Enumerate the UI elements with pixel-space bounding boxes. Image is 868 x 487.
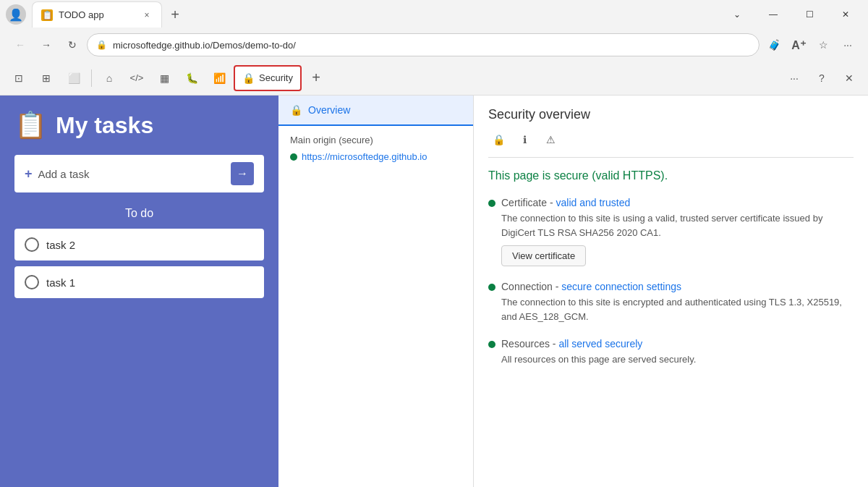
connection-dot xyxy=(488,284,495,291)
task-label: task 1 xyxy=(46,276,75,289)
minimize-button[interactable]: — xyxy=(757,3,790,26)
certificate-dot xyxy=(488,200,495,207)
tool-home-icon[interactable]: ⌂ xyxy=(96,65,122,91)
connection-status-link[interactable]: secure connection settings xyxy=(561,281,681,292)
tab-title: TODO app xyxy=(59,9,135,20)
certificate-title: Certificate - valid and trusted xyxy=(501,197,630,208)
security-lock-icon: 🔒 xyxy=(242,72,255,84)
certificate-desc: The connection to this site is using a v… xyxy=(501,211,854,240)
add-task-input[interactable]: Add a task xyxy=(38,168,225,180)
security-tab-lock-icon[interactable]: 🔒 xyxy=(488,130,509,150)
security-tool-button[interactable]: 🔒 Security xyxy=(234,65,302,91)
new-tab-button[interactable]: + xyxy=(165,4,185,25)
security-item-header: Resources - all served securely xyxy=(488,338,854,350)
security-item-resources: Resources - all served securely All reso… xyxy=(488,338,854,367)
more-button[interactable]: ··· xyxy=(836,33,859,56)
security-panel-title: Security overview xyxy=(488,107,854,122)
security-item-header: Certificate - valid and trusted xyxy=(488,197,854,208)
origin-label: Main origin (secure) xyxy=(290,135,461,145)
todo-section-title: To do xyxy=(14,207,264,220)
active-tab[interactable]: 📋 TODO app × xyxy=(32,1,162,27)
toolbar-right-buttons: ··· ? ✕ xyxy=(781,65,862,91)
add-task-arrow-button[interactable]: → xyxy=(231,162,254,185)
devtools-panel: 🔒 Overview Main origin (secure) https://… xyxy=(278,96,868,487)
connection-desc: The connection to this site is encrypted… xyxy=(501,295,854,323)
tool-elements-icon[interactable]: ▦ xyxy=(151,65,177,91)
overview-tab-label: Overview xyxy=(308,104,350,116)
origin-section: Main origin (secure) https://microsofted… xyxy=(278,126,473,171)
security-overview-panel: Security overview 🔒 ℹ ⚠ This page is sec… xyxy=(474,96,868,487)
overview-tab[interactable]: 🔒 Overview xyxy=(278,96,473,126)
forward-button[interactable]: → xyxy=(35,33,58,56)
nav-bar: ← → ↻ 🔒 microsoftedge.github.io/Demos/de… xyxy=(0,29,868,61)
profile-icon[interactable]: 👤 xyxy=(6,4,26,25)
origin-secure-dot xyxy=(290,153,297,161)
overview-lock-icon: 🔒 xyxy=(290,104,302,116)
origin-url: https://microsoftedge.github.io xyxy=(302,151,427,162)
security-tab-info-icon[interactable]: ℹ xyxy=(514,130,535,150)
back-button[interactable]: ← xyxy=(9,33,32,56)
window-controls: ⌄ — ☐ ✕ xyxy=(720,3,862,26)
toolbar-separator xyxy=(91,69,92,87)
bag-icon[interactable]: 🧳 xyxy=(762,33,786,56)
tool-code-icon[interactable]: </> xyxy=(124,65,150,91)
tool-debug-icon[interactable]: 🐛 xyxy=(179,65,205,91)
task-checkbox[interactable] xyxy=(25,275,39,289)
toolbar-help-button[interactable]: ? xyxy=(809,65,835,91)
title-bar: 👤 📋 TODO app × + ⌄ — ☐ ✕ xyxy=(0,0,868,29)
task-checkbox[interactable] xyxy=(25,237,39,252)
connection-title: Connection - secure connection settings xyxy=(501,281,681,292)
address-text: microsoftedge.github.io/Demos/demo-to-do… xyxy=(113,40,750,51)
address-bar[interactable]: 🔒 microsoftedge.github.io/Demos/demo-to-… xyxy=(87,33,760,56)
toolbar-more-button[interactable]: ··· xyxy=(781,65,807,91)
view-certificate-button[interactable]: View certificate xyxy=(501,245,586,266)
main-area: 📋 My tasks + Add a task → To do task 2 t… xyxy=(0,96,868,487)
maximize-button[interactable]: ☐ xyxy=(793,3,826,26)
resources-dot xyxy=(488,341,495,348)
read-mode-button[interactable]: A⁺ xyxy=(787,33,810,56)
resources-desc: All resources on this page are served se… xyxy=(501,352,854,367)
tab-close-button[interactable]: × xyxy=(141,9,153,21)
security-item-certificate: Certificate - valid and trusted The conn… xyxy=(488,197,854,266)
security-label: Security xyxy=(259,72,293,83)
task-label: task 2 xyxy=(46,239,75,251)
secure-message: This page is secure (valid HTTPS). xyxy=(488,169,854,182)
security-tabs: 🔒 ℹ ⚠ xyxy=(488,130,854,158)
task-item[interactable]: task 2 xyxy=(14,229,264,261)
todo-title: My tasks xyxy=(56,112,153,139)
resources-title: Resources - all served securely xyxy=(501,338,642,350)
tab-favicon: 📋 xyxy=(41,9,53,21)
todo-app: 📋 My tasks + Add a task → To do task 2 t… xyxy=(0,96,278,487)
certificate-status-link[interactable]: valid and trusted xyxy=(556,197,630,208)
security-item-header: Connection - secure connection settings xyxy=(488,281,854,292)
favorites-button[interactable]: ☆ xyxy=(812,33,835,56)
tool-device-icon[interactable]: ⬜ xyxy=(61,65,87,91)
lock-icon: 🔒 xyxy=(96,40,107,50)
add-tool-button[interactable]: + xyxy=(303,65,329,91)
tool-inspect-icon[interactable]: ⊞ xyxy=(33,65,59,91)
tool-network-icon[interactable]: 📶 xyxy=(206,65,232,91)
chevron-down-button[interactable]: ⌄ xyxy=(720,3,754,26)
security-tab-warning-icon[interactable]: ⚠ xyxy=(540,130,561,150)
task-item[interactable]: task 1 xyxy=(14,266,264,298)
close-button[interactable]: ✕ xyxy=(829,3,862,26)
refresh-button[interactable]: ↻ xyxy=(61,33,84,56)
resources-status-link[interactable]: all served securely xyxy=(558,338,642,350)
todo-favicon-icon: 📋 xyxy=(14,110,47,140)
security-item-connection: Connection - secure connection settings … xyxy=(488,281,854,323)
toolbar: ⊡ ⊞ ⬜ ⌂ </> ▦ 🐛 📶 🔒 Security + ··· ? ✕ xyxy=(0,61,868,96)
add-task-plus-icon: + xyxy=(25,166,33,182)
overview-sidebar: 🔒 Overview Main origin (secure) https://… xyxy=(278,96,474,487)
add-task-bar[interactable]: + Add a task → xyxy=(14,155,264,192)
todo-header: 📋 My tasks xyxy=(14,110,264,140)
toolbar-close-devtools-button[interactable]: ✕ xyxy=(836,65,862,91)
origin-link[interactable]: https://microsoftedge.github.io xyxy=(290,151,461,162)
tab-bar: 📋 TODO app × + xyxy=(32,1,720,27)
nav-right-buttons: 🧳 A⁺ ☆ ··· xyxy=(762,33,859,56)
tool-cast-icon[interactable]: ⊡ xyxy=(6,65,32,91)
